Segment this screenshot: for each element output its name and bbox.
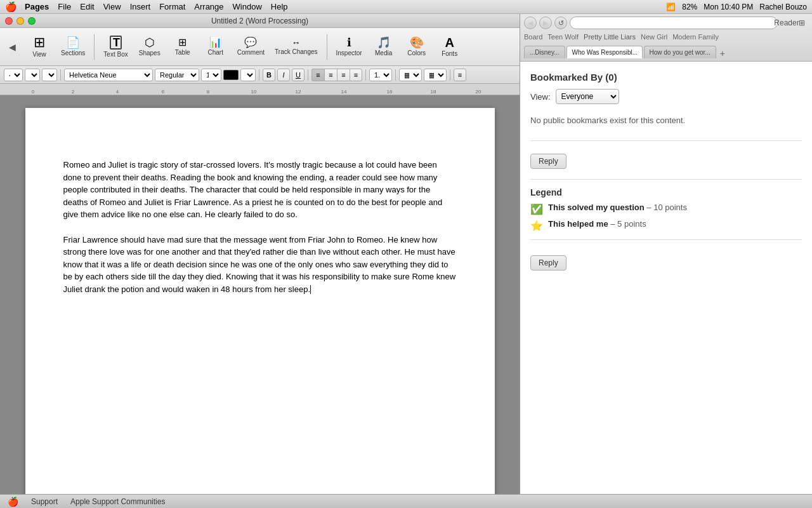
solved-label: This solved my question (548, 203, 645, 212)
ruler-mark-6: 6 (162, 89, 164, 95)
sections-button[interactable]: 📄 Sections (57, 30, 89, 64)
ruler-mark-16: 16 (387, 89, 393, 95)
media-button[interactable]: 🎵 Media (369, 30, 399, 64)
text-color-box[interactable] (223, 70, 239, 80)
align-right-button[interactable]: ≡ (337, 69, 350, 81)
shapes-button[interactable]: ⬡ Shapes (134, 30, 165, 64)
inspector-icon: ℹ (347, 37, 351, 48)
italic-button[interactable]: I (277, 69, 290, 81)
menu-format[interactable]: Format (159, 2, 185, 11)
track-icon: ↔ (292, 38, 301, 47)
nav-link-board[interactable]: Board (524, 33, 542, 41)
view-select[interactable]: Everyone (556, 89, 619, 104)
minimize-button[interactable] (16, 17, 24, 25)
browser-reader[interactable]: Reader (780, 17, 793, 29)
bottom-bar: 🍎 Support Apple Support Communities (0, 494, 812, 508)
menu-arrange[interactable]: Arrange (194, 2, 223, 11)
font-select[interactable]: Helvetica Neue (64, 69, 153, 81)
paragraph-2: Friar Lawrence should have mad sure that… (63, 234, 457, 296)
style-select-2[interactable]: a (25, 69, 40, 81)
ruler-canvas: 0 2 4 6 8 10 12 14 16 18 20 (0, 84, 520, 95)
tab-disney[interactable]: ...Disney... (524, 46, 565, 58)
char-style-select[interactable]: a (240, 69, 256, 81)
bottom-communities[interactable]: Apple Support Communities (70, 497, 165, 506)
section-divider-3 (530, 239, 802, 240)
bold-button[interactable]: B (263, 69, 275, 81)
maximize-button[interactable] (28, 17, 36, 25)
table-label: Table (175, 49, 190, 56)
battery-icon: 82% (682, 3, 697, 11)
bottom-support[interactable]: Support (31, 497, 58, 506)
chart-button[interactable]: 📊 Chart (200, 30, 231, 64)
view-button[interactable]: ⊞ View (24, 30, 55, 64)
colors-icon: 🎨 (410, 37, 424, 48)
page[interactable]: Romeo and Juliet is tragic story of star… (25, 108, 495, 494)
pages-window: Untitled 2 (Word Processing) ◀ ⊞ View 📄 … (0, 14, 520, 508)
browser-forward[interactable]: ▶ (539, 17, 552, 29)
media-icon: 🎵 (377, 37, 391, 48)
tab-add-button[interactable]: + (720, 48, 725, 58)
nav-link-teen-wolf[interactable]: Teen Wolf (547, 33, 579, 41)
tab-words[interactable]: How do you get wor... (644, 46, 716, 58)
browser-back[interactable]: ◀ (524, 17, 537, 29)
align-center-button[interactable]: ≡ (324, 69, 337, 81)
textbox-button[interactable]: T Text Box (100, 30, 131, 64)
line-spacing-select[interactable]: 1.0 (369, 69, 392, 81)
helped-points: – 5 points (610, 219, 646, 229)
size-select[interactable]: 13 (201, 69, 221, 81)
menu-edit[interactable]: Edit (80, 2, 94, 11)
menu-insert[interactable]: Insert (130, 2, 151, 11)
apple-logo[interactable]: 🍎 (5, 1, 17, 13)
list-button[interactable]: ≡ (454, 69, 466, 81)
track-changes-button[interactable]: ↔ Track Changes (271, 30, 321, 64)
view-label: View: (530, 92, 551, 102)
menu-view[interactable]: View (103, 2, 121, 11)
table-button[interactable]: ⊞ Table (167, 30, 198, 64)
track-label: Track Changes (275, 48, 317, 55)
close-button[interactable] (5, 17, 13, 25)
document-area: Romeo and Juliet is tragic story of star… (0, 95, 520, 494)
ruler-mark-18: 18 (431, 89, 436, 95)
style-select-1[interactable]: ◀ (4, 69, 23, 81)
inspector-button[interactable]: ℹ Inspector (332, 30, 366, 64)
columns-select[interactable]: ▦ (399, 69, 422, 81)
colors-button[interactable]: 🎨 Colors (402, 30, 432, 64)
nav-link-pretty-liars[interactable]: Pretty Little Liars (584, 33, 636, 41)
browser-chrome: ◀ ▶ ↺ Reader ⊞ Board Teen Wolf Pretty Li… (520, 14, 812, 62)
main-container: Untitled 2 (Word Processing) ◀ ⊞ View 📄 … (0, 14, 812, 494)
nav-back[interactable]: ◀ (5, 40, 19, 54)
align-justify-button[interactable]: ≡ (350, 69, 362, 81)
nav-link-modern-family[interactable]: Modern Family (672, 33, 719, 41)
fonts-button[interactable]: A Fonts (435, 30, 465, 64)
style-select-3[interactable]: a (42, 69, 57, 81)
menu-pages[interactable]: Pages (25, 2, 49, 11)
fmt-sep-6 (450, 69, 450, 81)
fmt-sep-5 (395, 69, 396, 81)
menu-file[interactable]: File (58, 2, 71, 11)
browser-refresh[interactable]: ↺ (554, 17, 567, 29)
browser-action2[interactable]: ⊞ (796, 17, 808, 29)
browser-nav-bar: ◀ ▶ ↺ Reader ⊞ (524, 17, 808, 29)
clock: Mon 10:40 PM (704, 3, 753, 11)
ruler-mark-2: 2 (72, 89, 74, 95)
section-divider (530, 140, 802, 141)
user-name: Rachel Bouzo (759, 3, 807, 11)
comment-button[interactable]: 💬 Comment (233, 30, 268, 64)
reply-button-2[interactable]: Reply (530, 255, 566, 271)
reply-button-1[interactable]: Reply (530, 154, 566, 169)
nav-link-new-girl[interactable]: New Girl (641, 33, 667, 41)
weight-select[interactable]: Regular (155, 69, 199, 81)
toolbar-sep-1 (94, 34, 95, 60)
underline-button[interactable]: U (292, 69, 304, 81)
legend-text-1: This solved my question – 10 points (548, 203, 687, 212)
align-left-button[interactable]: ≡ (311, 69, 324, 81)
colors-label: Colors (407, 50, 426, 57)
menu-window[interactable]: Window (233, 2, 262, 11)
ruler: 0 2 4 6 8 10 12 14 16 18 20 (0, 84, 520, 95)
table-select[interactable]: ▦ (424, 69, 447, 81)
menu-help[interactable]: Help (271, 2, 288, 11)
view-row: View: Everyone (530, 89, 802, 104)
url-bar[interactable] (570, 17, 778, 29)
tab-responsible[interactable]: Who Was Responsibl... (566, 46, 643, 58)
ruler-mark-4: 4 (116, 89, 119, 95)
